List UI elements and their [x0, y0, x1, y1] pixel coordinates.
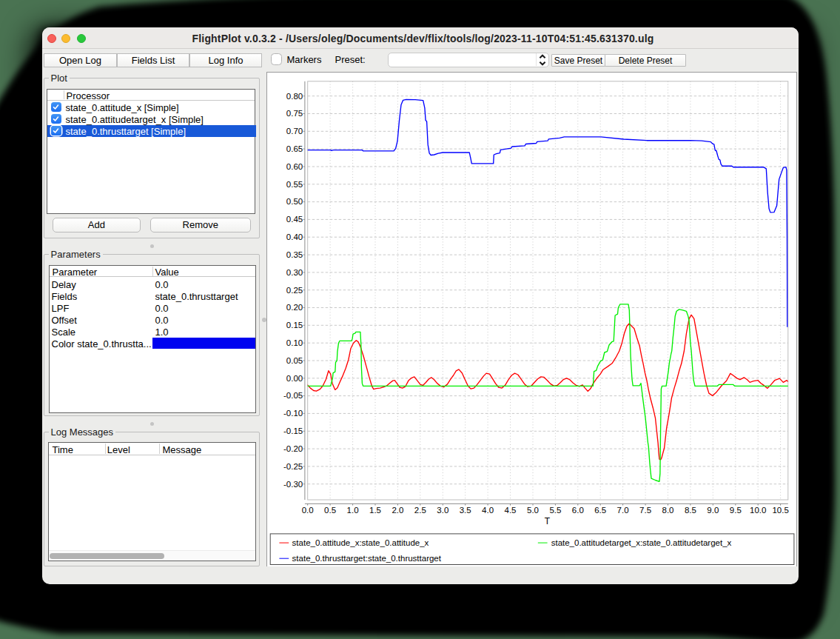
svg-text:-0.15: -0.15 — [283, 426, 303, 435]
svg-text:0.55: 0.55 — [286, 180, 303, 189]
svg-text:0.75: 0.75 — [286, 109, 303, 118]
svg-text:0.30: 0.30 — [286, 268, 303, 277]
svg-text:3.5: 3.5 — [460, 506, 471, 515]
svg-text:-0.25: -0.25 — [283, 462, 303, 471]
svg-text:0.10: 0.10 — [286, 338, 303, 347]
svg-text:0.5: 0.5 — [324, 506, 336, 515]
svg-text:1.0: 1.0 — [347, 506, 359, 515]
svg-text:2.0: 2.0 — [392, 506, 403, 515]
svg-text:7.0: 7.0 — [617, 506, 629, 515]
svg-text:3.0: 3.0 — [437, 506, 448, 515]
svg-text:state_0.attitude_x:state_0.att: state_0.attitude_x:state_0.attitude_x — [292, 538, 429, 547]
svg-text:0.15: 0.15 — [286, 321, 303, 329]
svg-text:0.25: 0.25 — [286, 286, 303, 295]
svg-text:0.50: 0.50 — [286, 197, 303, 206]
svg-text:-0.10: -0.10 — [283, 409, 303, 418]
svg-text:-0.20: -0.20 — [283, 444, 303, 453]
svg-text:6.5: 6.5 — [594, 506, 606, 515]
svg-text:6.0: 6.0 — [572, 506, 584, 515]
svg-text:0.35: 0.35 — [286, 250, 303, 259]
svg-text:0.20: 0.20 — [286, 303, 303, 312]
svg-text:0.00: 0.00 — [286, 374, 303, 383]
svg-text:0.05: 0.05 — [286, 356, 303, 365]
svg-text:0.0: 0.0 — [302, 506, 314, 515]
svg-text:0.45: 0.45 — [286, 215, 303, 224]
svg-text:0.60: 0.60 — [286, 162, 303, 171]
svg-text:T: T — [545, 516, 551, 526]
svg-text:9.5: 9.5 — [730, 506, 742, 515]
svg-text:5.0: 5.0 — [527, 506, 539, 515]
svg-text:1.5: 1.5 — [369, 506, 381, 515]
svg-text:-0.05: -0.05 — [283, 391, 303, 400]
svg-text:0.65: 0.65 — [286, 144, 303, 153]
svg-text:5.5: 5.5 — [549, 506, 561, 515]
svg-text:state_0.attitudetarget_x:state: state_0.attitudetarget_x:state_0.attitud… — [551, 538, 732, 547]
svg-text:7.5: 7.5 — [639, 506, 651, 515]
svg-text:0.80: 0.80 — [286, 92, 303, 101]
svg-text:-0.30: -0.30 — [283, 480, 303, 489]
svg-text:9.0: 9.0 — [707, 506, 719, 515]
svg-text:10.0: 10.0 — [750, 506, 766, 515]
svg-text:4.5: 4.5 — [505, 506, 517, 515]
svg-text:0.40: 0.40 — [286, 232, 303, 241]
svg-text:2.5: 2.5 — [414, 506, 426, 515]
svg-text:8.0: 8.0 — [662, 506, 674, 515]
svg-text:state_0.thrusttarget:state_0.t: state_0.thrusttarget:state_0.thrusttarge… — [292, 554, 442, 563]
svg-text:8.5: 8.5 — [685, 506, 696, 515]
svg-text:10.5: 10.5 — [772, 506, 788, 515]
svg-text:0.70: 0.70 — [286, 127, 303, 136]
svg-text:4.0: 4.0 — [482, 506, 494, 515]
